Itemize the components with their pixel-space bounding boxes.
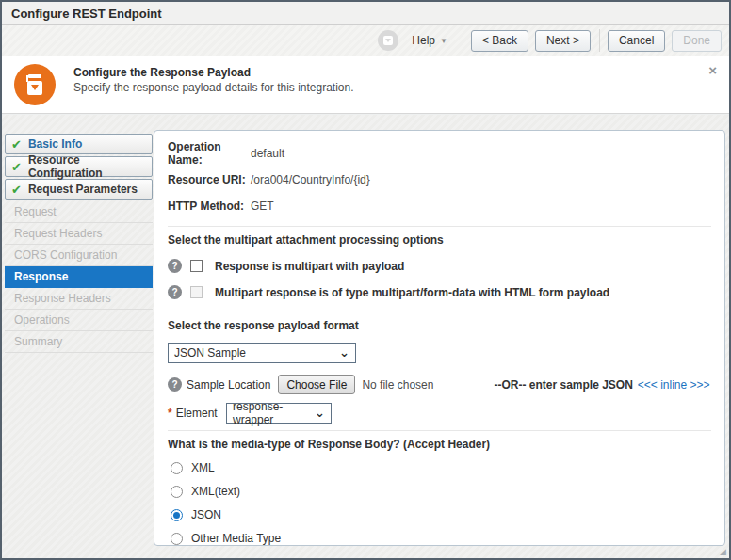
multipart-heading: Select the multipart attachment processi… (168, 233, 711, 247)
radio-xml[interactable]: XML (171, 461, 711, 474)
choose-file-button[interactable]: Choose File (278, 375, 355, 394)
dialog-title: Configure REST Endpoint (11, 7, 162, 21)
dialog-titlebar: Configure REST Endpoint (2, 2, 729, 25)
or-enter-sample-json-label: --OR-- enter sample JSON (494, 378, 632, 392)
operation-name-row: Operation Name: default (168, 140, 711, 167)
element-row: *Element response-wrapper ⌄ (168, 403, 711, 424)
sidebar-item-summary: Summary (5, 331, 153, 353)
section-divider (168, 312, 711, 312)
response-multipart-label: Response is multipart with payload (215, 260, 404, 273)
sidebar-item-basic-info[interactable]: ✔ Basic Info (5, 134, 153, 154)
configure-rest-endpoint-dialog: Configure REST Endpoint Help ▼ < Back Ne… (0, 0, 731, 560)
inline-json-option: --OR-- enter sample JSON <<< inline >>> (494, 378, 709, 392)
graduate-body-icon (27, 81, 42, 95)
sidebar-item-request-parameters[interactable]: ✔ Request Parameters (5, 179, 153, 200)
section-divider (168, 430, 711, 431)
payload-format-heading: Select the response payload format (168, 319, 711, 332)
help-icon[interactable]: ? (168, 377, 182, 392)
check-icon: ✔ (11, 161, 22, 173)
check-icon: ✔ (11, 184, 22, 196)
operation-name-value: default (251, 147, 284, 160)
chevron-down-icon: ⌄ (315, 408, 325, 418)
required-asterisk: * (168, 407, 172, 420)
sample-location-label: Sample Location (187, 378, 270, 392)
inline-link[interactable]: <<< inline >>> (638, 378, 710, 392)
sidebar-item-cors-configuration: CORS Configuration (5, 245, 153, 266)
multipart-option-row: ? Multipart response is of type multipar… (168, 285, 711, 299)
resource-uri-row: Resource URI: /ora004/CountryInfo/{id} (168, 167, 711, 193)
step-subtitle: Specify the response payload details for… (73, 81, 354, 94)
toolbar-separator (599, 29, 600, 52)
response-multipart-checkbox[interactable] (190, 260, 203, 272)
sidebar-item-request: Request (5, 201, 153, 223)
no-file-chosen-text: No file chosen (362, 378, 433, 392)
assistant-icon[interactable] (378, 30, 398, 51)
element-dropdown-value: response-wrapper (233, 400, 315, 426)
wizard-step-icon (14, 64, 56, 105)
sidebar-item-request-headers: Request Headers (5, 223, 153, 245)
response-config-panel: Operation Name: default Resource URI: /o… (154, 130, 725, 546)
step-title: Configure the Response Payload (73, 66, 251, 79)
radio-button-selected[interactable] (171, 509, 183, 521)
toolbar-separator (463, 29, 463, 52)
resource-uri-value: /ora004/CountryInfo/{id} (251, 173, 370, 186)
multipart-option-row: ? Response is multipart with payload (168, 259, 711, 273)
close-icon[interactable]: × (708, 63, 717, 77)
radio-json[interactable]: JSON (171, 508, 711, 521)
cancel-button[interactable]: Cancel (608, 30, 665, 52)
radio-xml-text[interactable]: XML(text) (171, 485, 711, 498)
wizard-toolbar: Help ▼ < Back Next > Cancel Done (2, 25, 729, 56)
radio-other-media-type[interactable]: Other Media Type (171, 532, 711, 545)
help-icon[interactable]: ? (168, 285, 182, 299)
element-dropdown[interactable]: response-wrapper ⌄ (226, 403, 332, 424)
media-type-heading: What is the media-type of Response Body?… (168, 438, 711, 451)
http-method-label: HTTP Method: (168, 200, 251, 213)
help-label: Help (412, 34, 435, 47)
help-icon[interactable]: ? (168, 259, 182, 273)
sidebar-item-response[interactable]: Response (5, 266, 153, 288)
sidebar-item-response-headers: Response Headers (5, 288, 153, 310)
wizard-step-nav: ✔ Basic Info ✔ Resource Configuration ✔ … (5, 134, 153, 353)
payload-format-dropdown[interactable]: JSON Sample ⌄ (168, 343, 356, 363)
payload-format-value: JSON Sample (174, 346, 246, 360)
sidebar-item-operations: Operations (5, 310, 153, 331)
radio-button[interactable] (171, 462, 183, 474)
element-label: *Element (168, 407, 222, 420)
resize-handle-icon[interactable]: ◢ (720, 548, 726, 556)
help-menu[interactable]: Help ▼ (412, 34, 447, 47)
operation-name-label: Operation Name: (168, 140, 251, 167)
caret-down-icon: ▼ (440, 37, 447, 45)
check-icon: ✔ (11, 138, 22, 151)
wizard-header: Configure the Response Payload Specify t… (2, 56, 729, 114)
radio-button[interactable] (171, 486, 183, 498)
http-method-row: HTTP Method: GET (168, 193, 711, 219)
assistant-glyph-icon (383, 36, 393, 45)
graduate-cap-icon (28, 74, 41, 78)
done-button: Done (672, 30, 722, 52)
chevron-down-icon: ⌄ (339, 348, 349, 358)
multipart-formdata-checkbox (190, 286, 203, 298)
sample-location-row: ? Sample Location Choose File No file ch… (168, 375, 711, 394)
back-button[interactable]: < Back (471, 30, 528, 52)
radio-button[interactable] (171, 533, 183, 545)
multipart-formdata-label: Multipart response is of type multipart/… (215, 286, 609, 299)
resource-uri-label: Resource URI: (168, 173, 251, 186)
next-button[interactable]: Next > (535, 30, 591, 52)
section-divider (168, 226, 711, 227)
dialog-body: ✔ Basic Info ✔ Resource Configuration ✔ … (2, 115, 729, 558)
http-method-value: GET (251, 200, 274, 213)
sidebar-item-resource-configuration[interactable]: ✔ Resource Configuration (5, 156, 153, 177)
